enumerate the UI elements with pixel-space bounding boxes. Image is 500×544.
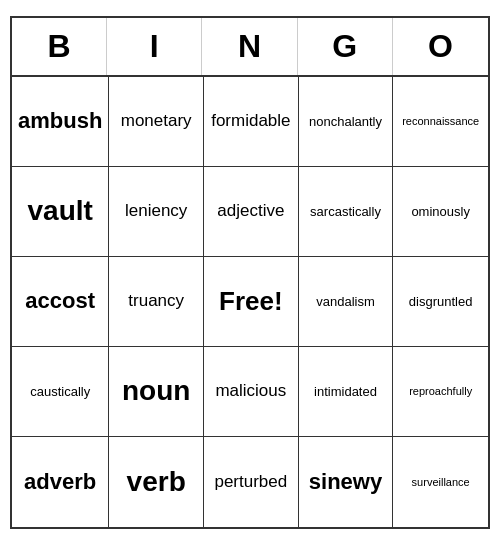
bingo-cell-4: reconnaissance — [393, 77, 488, 167]
bingo-cell-1: monetary — [109, 77, 204, 167]
bingo-cell-17: malicious — [204, 347, 299, 437]
bingo-cell-0: ambush — [12, 77, 109, 167]
header-n: N — [202, 18, 297, 75]
bingo-cell-18: intimidated — [299, 347, 394, 437]
bingo-cell-10: accost — [12, 257, 109, 347]
bingo-cell-7: adjective — [204, 167, 299, 257]
bingo-cell-6: leniency — [109, 167, 204, 257]
bingo-cell-16: noun — [109, 347, 204, 437]
bingo-cell-24: surveillance — [393, 437, 488, 527]
bingo-cell-19: reproachfully — [393, 347, 488, 437]
bingo-grid: ambushmonetaryformidablenonchalantlyreco… — [12, 77, 488, 527]
bingo-header: B I N G O — [12, 18, 488, 77]
bingo-cell-9: ominously — [393, 167, 488, 257]
bingo-cell-15: caustically — [12, 347, 109, 437]
header-i: I — [107, 18, 202, 75]
header-o: O — [393, 18, 488, 75]
bingo-cell-22: perturbed — [204, 437, 299, 527]
bingo-card: B I N G O ambushmonetaryformidablenoncha… — [10, 16, 490, 529]
bingo-cell-23: sinewy — [299, 437, 394, 527]
header-g: G — [298, 18, 393, 75]
bingo-cell-2: formidable — [204, 77, 299, 167]
bingo-cell-20: adverb — [12, 437, 109, 527]
header-b: B — [12, 18, 107, 75]
bingo-cell-3: nonchalantly — [299, 77, 394, 167]
bingo-cell-11: truancy — [109, 257, 204, 347]
bingo-cell-8: sarcastically — [299, 167, 394, 257]
bingo-cell-5: vault — [12, 167, 109, 257]
bingo-cell-14: disgruntled — [393, 257, 488, 347]
bingo-cell-13: vandalism — [299, 257, 394, 347]
bingo-cell-12: Free! — [204, 257, 299, 347]
bingo-cell-21: verb — [109, 437, 204, 527]
